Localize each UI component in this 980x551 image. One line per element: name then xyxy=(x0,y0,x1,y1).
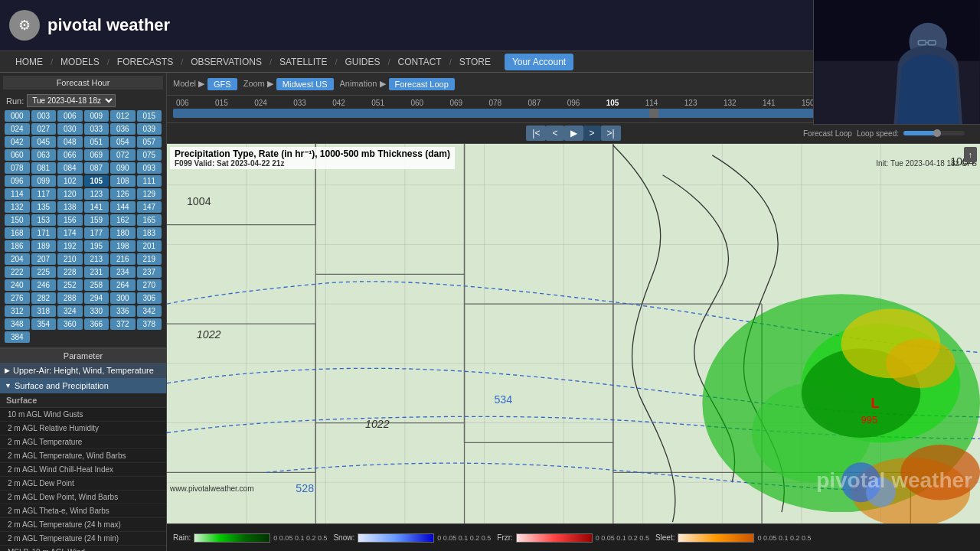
hour-btn-075[interactable]: 075 xyxy=(137,149,162,161)
hour-btn-282[interactable]: 282 xyxy=(31,292,57,304)
hour-btn-045[interactable]: 045 xyxy=(31,136,57,148)
nav-guides[interactable]: GUIDES xyxy=(338,54,388,70)
hour-btn-147[interactable]: 147 xyxy=(137,201,162,213)
hour-btn-240[interactable]: 240 xyxy=(5,279,30,291)
hour-btn-117[interactable]: 117 xyxy=(31,188,57,200)
hour-btn-105[interactable]: 105 xyxy=(84,175,109,187)
hour-btn-234[interactable]: 234 xyxy=(110,266,136,278)
hour-btn-294[interactable]: 294 xyxy=(84,292,109,304)
share-button[interactable]: ↑ xyxy=(964,147,978,162)
hour-btn-252[interactable]: 252 xyxy=(57,279,83,291)
param-2m-dewpoint-wind[interactable]: 2 m AGL Dew Point, Wind Barbs xyxy=(0,491,166,504)
param-10m-wind-gusts[interactable]: 10 m AGL Wind Gusts xyxy=(0,408,166,422)
hour-btn-114[interactable]: 114 xyxy=(5,188,30,200)
nav-home[interactable]: HOME xyxy=(8,54,51,70)
hour-btn-003[interactable]: 003 xyxy=(31,110,57,122)
hour-btn-012[interactable]: 012 xyxy=(110,110,136,122)
hour-btn-144[interactable]: 144 xyxy=(110,201,136,213)
hour-btn-027[interactable]: 027 xyxy=(31,123,57,135)
hour-btn-036[interactable]: 036 xyxy=(110,123,136,135)
hour-btn-372[interactable]: 372 xyxy=(110,318,136,330)
hour-btn-366[interactable]: 366 xyxy=(84,318,109,330)
hour-btn-153[interactable]: 153 xyxy=(31,214,57,226)
hour-btn-057[interactable]: 057 xyxy=(137,136,162,148)
hour-btn-354[interactable]: 354 xyxy=(31,318,57,330)
hour-btn-216[interactable]: 216 xyxy=(110,253,136,265)
hour-btn-210[interactable]: 210 xyxy=(57,253,83,265)
hour-btn-183[interactable]: 183 xyxy=(137,227,162,239)
hour-btn-051[interactable]: 051 xyxy=(84,136,109,148)
param-2m-windchill[interactable]: 2 m AGL Wind Chill-Heat Index xyxy=(0,463,166,477)
nav-contact[interactable]: CONTACT xyxy=(390,54,449,70)
hour-btn-141[interactable]: 141 xyxy=(84,201,109,213)
hour-btn-360[interactable]: 360 xyxy=(57,318,83,330)
hour-btn-264[interactable]: 264 xyxy=(110,279,136,291)
hour-btn-174[interactable]: 174 xyxy=(57,227,83,239)
hour-btn-324[interactable]: 324 xyxy=(57,305,83,317)
param-group-surface-header[interactable]: ▼ Surface and Precipitation xyxy=(0,378,166,393)
hour-btn-063[interactable]: 063 xyxy=(31,149,57,161)
hour-btn-180[interactable]: 180 xyxy=(110,227,136,239)
hour-btn-039[interactable]: 039 xyxy=(137,123,162,135)
nav-forecasts[interactable]: FORECASTS xyxy=(109,54,181,70)
hour-btn-006[interactable]: 006 xyxy=(57,110,83,122)
hour-btn-300[interactable]: 300 xyxy=(110,292,136,304)
param-2m-temp[interactable]: 2 m AGL Temperature xyxy=(0,435,166,449)
hour-btn-270[interactable]: 270 xyxy=(137,279,162,291)
nav-store[interactable]: STORE xyxy=(452,54,498,70)
hour-btn-156[interactable]: 156 xyxy=(57,214,83,226)
hour-btn-189[interactable]: 189 xyxy=(31,240,57,252)
nav-observations[interactable]: OBSERVATIONS xyxy=(183,54,270,70)
param-2m-temp-24max[interactable]: 2 m AGL Temperature (24 h max) xyxy=(0,518,166,532)
hour-btn-165[interactable]: 165 xyxy=(137,214,162,226)
hour-btn-195[interactable]: 195 xyxy=(84,240,109,252)
hour-btn-129[interactable]: 129 xyxy=(137,188,162,200)
nav-models[interactable]: MODELS xyxy=(53,54,107,70)
hour-btn-330[interactable]: 330 xyxy=(84,305,109,317)
zoom-button[interactable]: Midwest US xyxy=(276,78,334,90)
hour-btn-000[interactable]: 000 xyxy=(5,110,30,122)
loop-speed-thumb[interactable] xyxy=(933,129,941,137)
hour-btn-099[interactable]: 099 xyxy=(31,175,57,187)
hour-btn-069[interactable]: 069 xyxy=(84,149,109,161)
hour-btn-237[interactable]: 237 xyxy=(137,266,162,278)
hour-btn-078[interactable]: 078 xyxy=(5,162,30,174)
hour-btn-090[interactable]: 090 xyxy=(110,162,136,174)
param-group-upper-air-header[interactable]: ▶ Upper-Air: Height, Wind, Temperature xyxy=(0,363,166,378)
hour-btn-171[interactable]: 171 xyxy=(31,227,57,239)
hour-btn-066[interactable]: 066 xyxy=(57,149,83,161)
forecast-loop-button[interactable]: Forecast Loop xyxy=(389,78,455,90)
hour-btn-318[interactable]: 318 xyxy=(31,305,57,317)
hour-btn-135[interactable]: 135 xyxy=(31,201,57,213)
hour-btn-162[interactable]: 162 xyxy=(110,214,136,226)
param-group-upper-air[interactable]: ▶ Upper-Air: Height, Wind, Temperature xyxy=(0,363,166,378)
hour-btn-168[interactable]: 168 xyxy=(5,227,30,239)
hour-btn-288[interactable]: 288 xyxy=(57,292,83,304)
hour-btn-060[interactable]: 060 xyxy=(5,149,30,161)
hour-btn-150[interactable]: 150 xyxy=(5,214,30,226)
hour-btn-132[interactable]: 132 xyxy=(5,201,30,213)
run-select[interactable]: Tue 2023-04-18 18z xyxy=(27,94,116,107)
param-2m-temp-24min[interactable]: 2 m AGL Temperature (24 h min) xyxy=(0,532,166,546)
hour-btn-054[interactable]: 054 xyxy=(110,136,136,148)
hour-btn-072[interactable]: 072 xyxy=(110,149,136,161)
playback-next-button[interactable]: > xyxy=(583,126,601,141)
hour-btn-030[interactable]: 030 xyxy=(57,123,83,135)
hour-btn-258[interactable]: 258 xyxy=(84,279,109,291)
hour-btn-048[interactable]: 048 xyxy=(57,136,83,148)
nav-satellite[interactable]: SATELLITE xyxy=(272,54,335,70)
playback-play-button[interactable]: ▶ xyxy=(564,126,583,141)
hour-btn-222[interactable]: 222 xyxy=(5,266,30,278)
hour-btn-231[interactable]: 231 xyxy=(84,266,109,278)
hour-btn-384[interactable]: 384 xyxy=(5,331,30,343)
hour-btn-348[interactable]: 348 xyxy=(5,318,30,330)
hour-btn-198[interactable]: 198 xyxy=(110,240,136,252)
hour-btn-102[interactable]: 102 xyxy=(57,175,83,187)
loop-speed-slider[interactable] xyxy=(903,131,965,135)
hour-btn-042[interactable]: 042 xyxy=(5,136,30,148)
param-2m-rh[interactable]: 2 m AGL Relative Humidity xyxy=(0,422,166,435)
hour-btn-192[interactable]: 192 xyxy=(57,240,83,252)
hour-btn-225[interactable]: 225 xyxy=(31,266,57,278)
hour-btn-108[interactable]: 108 xyxy=(110,175,136,187)
hour-btn-084[interactable]: 084 xyxy=(57,162,83,174)
